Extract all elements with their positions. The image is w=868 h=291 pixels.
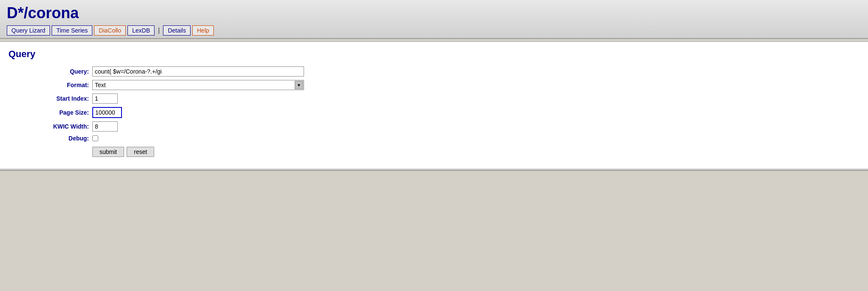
format-label: Format: <box>34 82 89 88</box>
kwic-width-input[interactable] <box>92 121 118 132</box>
start-index-input[interactable] <box>92 93 118 104</box>
query-form: Query: Format: Text JSON XML CSV ▼ Start… <box>34 66 860 157</box>
nav-help[interactable]: Help <box>192 25 214 36</box>
format-select-wrapper: Text JSON XML CSV ▼ <box>92 80 304 90</box>
query-label: Query: <box>34 68 89 75</box>
debug-row: Debug: <box>34 135 860 142</box>
navigation: Query Lizard Time Series DiaCollo LexDB … <box>7 25 861 36</box>
nav-time-series[interactable]: Time Series <box>52 25 92 36</box>
format-row: Format: Text JSON XML CSV ▼ <box>34 80 860 90</box>
bottom-border <box>0 169 868 171</box>
nav-lexdb[interactable]: LexDB <box>127 25 155 36</box>
buttons-row: submit reset <box>34 145 860 157</box>
header: D*/corona Query Lizard Time Series DiaCo… <box>0 0 868 39</box>
nav-diacollo[interactable]: DiaCollo <box>94 25 126 36</box>
submit-button[interactable]: submit <box>92 147 124 157</box>
page-size-input[interactable] <box>92 107 122 118</box>
query-input[interactable] <box>92 66 304 77</box>
kwic-width-row: KWIC Width: <box>34 121 860 132</box>
nav-separator: | <box>156 27 161 34</box>
button-group: submit reset <box>92 147 154 157</box>
start-index-label: Start Index: <box>34 95 89 102</box>
debug-checkbox[interactable] <box>92 135 98 141</box>
page-size-row: Page Size: <box>34 107 860 118</box>
page-size-label: Page Size: <box>34 109 89 116</box>
nav-query-lizard[interactable]: Query Lizard <box>7 25 50 36</box>
query-row: Query: <box>34 66 860 77</box>
kwic-width-label: KWIC Width: <box>34 123 89 130</box>
debug-label: Debug: <box>34 135 89 142</box>
reset-button[interactable]: reset <box>127 147 154 157</box>
section-title: Query <box>8 49 860 60</box>
main-content: Query Query: Format: Text JSON XML CSV ▼… <box>0 41 868 169</box>
start-index-row: Start Index: <box>34 93 860 104</box>
format-select[interactable]: Text JSON XML CSV <box>92 80 304 90</box>
page-title: D*/corona <box>7 4 861 22</box>
nav-details[interactable]: Details <box>163 25 191 36</box>
